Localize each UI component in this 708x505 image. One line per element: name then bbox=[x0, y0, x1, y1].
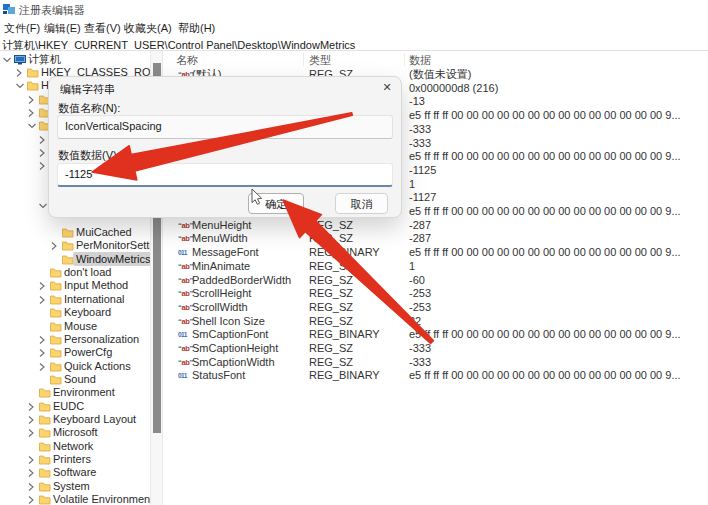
chevron-collapsed-icon[interactable] bbox=[27, 481, 37, 491]
tree-item-label[interactable]: Sound bbox=[64, 372, 96, 386]
tree-item-label[interactable]: Quick Actions bbox=[64, 359, 131, 373]
chevron-collapsed-icon[interactable] bbox=[38, 294, 48, 304]
tree-item-label[interactable]: Environment bbox=[53, 385, 115, 399]
table-row-smcaptionfont[interactable]: 011SmCaptionFontREG_BINARYe5 ff ff ff 00… bbox=[172, 327, 708, 341]
column-header-type[interactable]: 类型 bbox=[309, 53, 331, 68]
tree-item-label[interactable]: International bbox=[64, 292, 125, 306]
table-row-smcaptionwidth[interactable]: “ab”SmCaptionWidthREG_SZ-333 bbox=[172, 355, 708, 369]
tree-item-system[interactable]: System bbox=[0, 479, 150, 493]
tree-item--[interactable]: 计算机 bbox=[0, 52, 150, 66]
reg-sz-icon: “ab” bbox=[178, 356, 191, 367]
tree-item-label[interactable]: EUDC bbox=[53, 399, 84, 413]
menu-help[interactable]: 帮助(H) bbox=[178, 21, 215, 34]
chevron-collapsed-icon[interactable] bbox=[27, 427, 37, 437]
tree-item-permonitorsettin[interactable]: PerMonitorSettin bbox=[0, 238, 150, 252]
chevron-collapsed-icon[interactable] bbox=[38, 280, 48, 290]
tree-item-label[interactable]: MuiCached bbox=[76, 225, 132, 239]
cancel-button[interactable]: 取消 bbox=[335, 193, 388, 214]
tree-item-label[interactable]: Microsoft bbox=[53, 425, 98, 439]
chevron-collapsed-icon[interactable] bbox=[38, 361, 48, 371]
menu-edit[interactable]: 编辑(E) bbox=[44, 21, 81, 34]
chevron-expanded-icon[interactable] bbox=[2, 54, 12, 64]
chevron-collapsed-icon[interactable] bbox=[38, 347, 48, 357]
tree-item-label[interactable]: Network bbox=[53, 439, 93, 453]
tree-item-environment[interactable]: Environment bbox=[0, 385, 150, 399]
chevron-collapsed-icon[interactable] bbox=[27, 454, 37, 464]
tree-item-label[interactable]: Personalization bbox=[64, 332, 139, 346]
value-data: -13 bbox=[409, 94, 425, 108]
folder-icon bbox=[50, 321, 62, 331]
chevron-collapsed-icon[interactable] bbox=[50, 240, 60, 250]
tree-item-printers[interactable]: Printers bbox=[0, 452, 150, 466]
table-row-shell-icon-size[interactable]: “ab”Shell Icon SizeREG_SZ32 bbox=[172, 314, 708, 328]
table-row-menuwidth[interactable]: “ab”MenuWidthREG_SZ-287 bbox=[172, 231, 708, 245]
value-type: REG_BINARY bbox=[309, 327, 380, 341]
chevron-collapsed-icon[interactable] bbox=[27, 467, 37, 477]
menu-favorites[interactable]: 收藏夹(A) bbox=[124, 21, 172, 34]
table-row-paddedborderwidth[interactable]: “ab”PaddedBorderWidthREG_SZ-60 bbox=[172, 273, 708, 287]
menu-view[interactable]: 查看(V) bbox=[84, 21, 121, 34]
tree-item-label[interactable]: PowerCfg bbox=[64, 345, 112, 359]
tree-item-input-method[interactable]: Input Method bbox=[0, 278, 150, 292]
tree-item-mouse[interactable]: Mouse bbox=[0, 319, 150, 333]
tree-item-sound[interactable]: Sound bbox=[0, 372, 150, 386]
tree-item-microsoft[interactable]: Microsoft bbox=[0, 425, 150, 439]
chevron-collapsed-icon[interactable] bbox=[27, 401, 37, 411]
ok-button[interactable]: 确定 bbox=[248, 193, 304, 214]
chevron-collapsed-icon[interactable] bbox=[38, 147, 48, 157]
tree-item-muicached[interactable]: MuiCached bbox=[0, 225, 150, 239]
tree-item-label[interactable]: WindowMetrics bbox=[73, 252, 150, 266]
value-data-input[interactable]: -1125 bbox=[57, 163, 393, 187]
chevron-collapsed-icon[interactable] bbox=[27, 107, 37, 117]
tree-item-label[interactable]: System bbox=[53, 479, 90, 493]
chevron-expanded-icon[interactable] bbox=[27, 120, 37, 130]
folder-icon bbox=[39, 401, 51, 411]
close-icon[interactable]: ✕ bbox=[379, 81, 395, 95]
table-row-minanimate[interactable]: “ab”MinAnimateREG_SZ1 bbox=[172, 259, 708, 273]
table-row-scrollheight[interactable]: “ab”ScrollHeightREG_SZ-253 bbox=[172, 286, 708, 300]
chevron-collapsed-icon[interactable] bbox=[38, 334, 48, 344]
tree-item-software[interactable]: Software bbox=[0, 465, 150, 479]
tree-item-label[interactable]: don't load bbox=[64, 265, 111, 279]
reg-binary-icon: 011 bbox=[178, 328, 191, 339]
column-header-name[interactable]: 名称 bbox=[176, 53, 198, 68]
tree-item-label[interactable]: 计算机 bbox=[28, 52, 61, 66]
tree-item-label[interactable]: Input Method bbox=[64, 278, 128, 292]
tree-item-label[interactable]: Software bbox=[53, 465, 96, 479]
chevron-expanded-icon[interactable] bbox=[15, 80, 25, 90]
column-separator[interactable] bbox=[303, 53, 304, 66]
tree-item-label[interactable]: Printers bbox=[53, 452, 91, 466]
tree-item-network[interactable]: Network bbox=[0, 439, 150, 453]
chevron-collapsed-icon[interactable] bbox=[38, 134, 48, 144]
tree-item-eudc[interactable]: EUDC bbox=[0, 399, 150, 413]
chevron-collapsed-icon[interactable] bbox=[38, 160, 48, 170]
tree-item-keyboard-layout[interactable]: Keyboard Layout bbox=[0, 412, 150, 426]
chevron-collapsed-icon[interactable] bbox=[27, 414, 37, 424]
chevron-expanded-icon[interactable] bbox=[38, 200, 48, 210]
chevron-collapsed-icon[interactable] bbox=[27, 94, 37, 104]
table-row-smcaptionheight[interactable]: “ab”SmCaptionHeightREG_SZ-333 bbox=[172, 341, 708, 355]
value-data: -333 bbox=[409, 355, 431, 369]
tree-item-powercfg[interactable]: PowerCfg bbox=[0, 345, 150, 359]
tree-item-label[interactable]: Keyboard bbox=[64, 305, 111, 319]
menu-file[interactable]: 文件(F) bbox=[4, 21, 40, 34]
tree-item-label[interactable]: Mouse bbox=[64, 319, 97, 333]
tree-item-label[interactable]: Volatile Environment bbox=[53, 492, 150, 505]
tree-item-personalization[interactable]: Personalization bbox=[0, 332, 150, 346]
column-separator[interactable] bbox=[404, 53, 405, 66]
tree-item-keyboard[interactable]: Keyboard bbox=[0, 305, 150, 319]
chevron-collapsed-icon[interactable] bbox=[27, 494, 37, 504]
chevron-collapsed-icon[interactable] bbox=[15, 67, 25, 77]
tree-item-quick-actions[interactable]: Quick Actions bbox=[0, 359, 150, 373]
table-row-messagefont[interactable]: 011MessageFontREG_BINARYe5 ff ff ff 00 0… bbox=[172, 245, 708, 259]
table-row-menuheight[interactable]: “ab”MenuHeightREG_SZ-287 bbox=[172, 218, 708, 232]
tree-item-windowmetrics[interactable]: WindowMetrics bbox=[0, 252, 150, 266]
column-header-data[interactable]: 数据 bbox=[409, 53, 431, 68]
tree-item-label[interactable]: PerMonitorSettin bbox=[76, 238, 150, 252]
table-row-scrollwidth[interactable]: “ab”ScrollWidthREG_SZ-253 bbox=[172, 300, 708, 314]
tree-item-label[interactable]: Keyboard Layout bbox=[53, 412, 136, 426]
table-row-statusfont[interactable]: 011StatusFontREG_BINARYe5 ff ff ff 00 00… bbox=[172, 368, 708, 382]
tree-item-don-t-load[interactable]: don't load bbox=[0, 265, 150, 279]
tree-item-international[interactable]: International bbox=[0, 292, 150, 306]
tree-item-volatile-environment[interactable]: Volatile Environment bbox=[0, 492, 150, 505]
